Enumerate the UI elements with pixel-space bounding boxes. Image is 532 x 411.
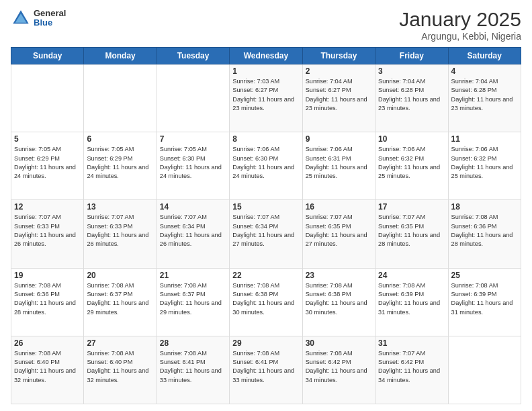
day-number: 22 bbox=[232, 271, 299, 280]
week-row-2: 5Sunrise: 7:05 AM Sunset: 6:29 PM Daylig… bbox=[11, 132, 521, 200]
calendar-cell: 21Sunrise: 7:08 AM Sunset: 6:37 PM Dayli… bbox=[157, 268, 229, 336]
day-info: Sunrise: 7:04 AM Sunset: 6:28 PM Dayligh… bbox=[378, 77, 445, 113]
location: Argungu, Kebbi, Nigeria bbox=[399, 31, 521, 42]
day-info: Sunrise: 7:08 AM Sunset: 6:41 PM Dayligh… bbox=[232, 349, 299, 385]
day-info: Sunrise: 7:05 AM Sunset: 6:30 PM Dayligh… bbox=[160, 145, 226, 181]
logo: General Blue bbox=[11, 8, 66, 28]
calendar-cell: 28Sunrise: 7:08 AM Sunset: 6:41 PM Dayli… bbox=[157, 336, 229, 404]
day-number: 20 bbox=[87, 271, 153, 280]
calendar-cell: 7Sunrise: 7:05 AM Sunset: 6:30 PM Daylig… bbox=[157, 132, 229, 200]
calendar-cell: 10Sunrise: 7:06 AM Sunset: 6:32 PM Dayli… bbox=[375, 132, 448, 200]
day-number: 17 bbox=[378, 202, 445, 212]
day-number: 25 bbox=[451, 271, 518, 280]
day-info: Sunrise: 7:05 AM Sunset: 6:29 PM Dayligh… bbox=[87, 145, 153, 181]
calendar-cell: 30Sunrise: 7:08 AM Sunset: 6:42 PM Dayli… bbox=[302, 336, 375, 404]
calendar-cell: 29Sunrise: 7:08 AM Sunset: 6:41 PM Dayli… bbox=[230, 336, 302, 404]
calendar-cell bbox=[157, 64, 229, 132]
weekday-header-row: SundayMondayTuesdayWednesdayThursdayFrid… bbox=[11, 48, 521, 64]
day-info: Sunrise: 7:08 AM Sunset: 6:40 PM Dayligh… bbox=[87, 349, 153, 385]
week-row-5: 26Sunrise: 7:08 AM Sunset: 6:40 PM Dayli… bbox=[11, 336, 521, 404]
day-number: 13 bbox=[87, 202, 153, 212]
calendar-cell: 6Sunrise: 7:05 AM Sunset: 6:29 PM Daylig… bbox=[84, 132, 157, 200]
weekday-header-saturday: Saturday bbox=[448, 48, 521, 64]
day-info: Sunrise: 7:08 AM Sunset: 6:36 PM Dayligh… bbox=[451, 213, 518, 248]
calendar-cell: 31Sunrise: 7:07 AM Sunset: 6:42 PM Dayli… bbox=[375, 336, 448, 404]
day-number: 10 bbox=[378, 134, 445, 144]
day-info: Sunrise: 7:08 AM Sunset: 6:39 PM Dayligh… bbox=[451, 281, 518, 317]
calendar-cell: 18Sunrise: 7:08 AM Sunset: 6:36 PM Dayli… bbox=[448, 200, 521, 268]
day-number: 2 bbox=[306, 66, 372, 76]
day-info: Sunrise: 7:06 AM Sunset: 6:32 PM Dayligh… bbox=[378, 145, 445, 181]
calendar-cell: 14Sunrise: 7:07 AM Sunset: 6:34 PM Dayli… bbox=[157, 200, 229, 268]
logo-text: General Blue bbox=[34, 9, 66, 28]
day-number: 7 bbox=[160, 134, 226, 144]
calendar-cell: 26Sunrise: 7:08 AM Sunset: 6:40 PM Dayli… bbox=[11, 336, 84, 404]
day-info: Sunrise: 7:06 AM Sunset: 6:32 PM Dayligh… bbox=[451, 145, 518, 181]
day-info: Sunrise: 7:08 AM Sunset: 6:40 PM Dayligh… bbox=[14, 349, 81, 385]
day-info: Sunrise: 7:08 AM Sunset: 6:38 PM Dayligh… bbox=[232, 281, 299, 317]
calendar-cell bbox=[84, 64, 157, 132]
weekday-header-thursday: Thursday bbox=[302, 48, 375, 64]
day-info: Sunrise: 7:08 AM Sunset: 6:36 PM Dayligh… bbox=[14, 281, 81, 317]
day-number: 26 bbox=[14, 338, 81, 348]
day-info: Sunrise: 7:08 AM Sunset: 6:37 PM Dayligh… bbox=[160, 281, 226, 317]
calendar-cell: 24Sunrise: 7:08 AM Sunset: 6:39 PM Dayli… bbox=[375, 268, 448, 336]
week-row-3: 12Sunrise: 7:07 AM Sunset: 6:33 PM Dayli… bbox=[11, 200, 521, 268]
day-info: Sunrise: 7:07 AM Sunset: 6:35 PM Dayligh… bbox=[378, 213, 445, 248]
day-info: Sunrise: 7:07 AM Sunset: 6:33 PM Dayligh… bbox=[14, 213, 81, 248]
day-number: 14 bbox=[160, 202, 226, 212]
week-row-1: 1Sunrise: 7:03 AM Sunset: 6:27 PM Daylig… bbox=[11, 64, 521, 132]
day-info: Sunrise: 7:04 AM Sunset: 6:28 PM Dayligh… bbox=[451, 77, 518, 113]
day-info: Sunrise: 7:07 AM Sunset: 6:34 PM Dayligh… bbox=[160, 213, 226, 248]
weekday-header-monday: Monday bbox=[84, 48, 157, 64]
day-number: 23 bbox=[306, 271, 372, 280]
calendar-cell: 1Sunrise: 7:03 AM Sunset: 6:27 PM Daylig… bbox=[230, 64, 302, 132]
day-number: 30 bbox=[306, 338, 372, 348]
day-number: 3 bbox=[378, 66, 445, 76]
day-number: 12 bbox=[14, 202, 81, 212]
logo-general: General bbox=[34, 9, 66, 18]
calendar-cell bbox=[448, 336, 521, 404]
day-info: Sunrise: 7:08 AM Sunset: 6:37 PM Dayligh… bbox=[87, 281, 153, 317]
day-info: Sunrise: 7:05 AM Sunset: 6:29 PM Dayligh… bbox=[14, 145, 81, 181]
calendar-cell: 25Sunrise: 7:08 AM Sunset: 6:39 PM Dayli… bbox=[448, 268, 521, 336]
calendar-cell: 23Sunrise: 7:08 AM Sunset: 6:38 PM Dayli… bbox=[302, 268, 375, 336]
day-number: 24 bbox=[378, 271, 445, 280]
calendar-cell: 15Sunrise: 7:07 AM Sunset: 6:34 PM Dayli… bbox=[230, 200, 302, 268]
day-info: Sunrise: 7:08 AM Sunset: 6:41 PM Dayligh… bbox=[160, 349, 226, 385]
day-number: 21 bbox=[160, 271, 226, 280]
calendar-cell: 2Sunrise: 7:04 AM Sunset: 6:27 PM Daylig… bbox=[302, 64, 375, 132]
day-number: 16 bbox=[306, 202, 372, 212]
calendar-cell: 5Sunrise: 7:05 AM Sunset: 6:29 PM Daylig… bbox=[11, 132, 84, 200]
weekday-header-wednesday: Wednesday bbox=[230, 48, 302, 64]
calendar-cell: 22Sunrise: 7:08 AM Sunset: 6:38 PM Dayli… bbox=[230, 268, 302, 336]
day-info: Sunrise: 7:07 AM Sunset: 6:33 PM Dayligh… bbox=[87, 213, 153, 248]
day-info: Sunrise: 7:08 AM Sunset: 6:38 PM Dayligh… bbox=[306, 281, 372, 317]
day-info: Sunrise: 7:04 AM Sunset: 6:27 PM Dayligh… bbox=[306, 77, 372, 113]
day-number: 18 bbox=[451, 202, 518, 212]
day-number: 11 bbox=[451, 134, 518, 144]
day-number: 19 bbox=[14, 271, 81, 280]
day-info: Sunrise: 7:07 AM Sunset: 6:34 PM Dayligh… bbox=[232, 213, 299, 248]
weekday-header-tuesday: Tuesday bbox=[157, 48, 229, 64]
day-number: 15 bbox=[232, 202, 299, 212]
day-info: Sunrise: 7:08 AM Sunset: 6:39 PM Dayligh… bbox=[378, 281, 445, 317]
logo-blue: Blue bbox=[34, 18, 66, 28]
day-number: 6 bbox=[87, 134, 153, 144]
calendar-cell bbox=[11, 64, 84, 132]
day-number: 8 bbox=[232, 134, 299, 144]
calendar-cell: 9Sunrise: 7:06 AM Sunset: 6:31 PM Daylig… bbox=[302, 132, 375, 200]
calendar-cell: 17Sunrise: 7:07 AM Sunset: 6:35 PM Dayli… bbox=[375, 200, 448, 268]
calendar-cell: 27Sunrise: 7:08 AM Sunset: 6:40 PM Dayli… bbox=[84, 336, 157, 404]
calendar-cell: 11Sunrise: 7:06 AM Sunset: 6:32 PM Dayli… bbox=[448, 132, 521, 200]
title-block: January 2025 Argungu, Kebbi, Nigeria bbox=[399, 8, 521, 42]
calendar-cell: 12Sunrise: 7:07 AM Sunset: 6:33 PM Dayli… bbox=[11, 200, 84, 268]
calendar-cell: 16Sunrise: 7:07 AM Sunset: 6:35 PM Dayli… bbox=[302, 200, 375, 268]
day-number: 1 bbox=[232, 66, 299, 76]
day-number: 29 bbox=[232, 338, 299, 348]
day-number: 27 bbox=[87, 338, 153, 348]
header: General Blue January 2025 Argungu, Kebbi… bbox=[11, 8, 521, 42]
day-number: 9 bbox=[306, 134, 372, 144]
weekday-header-friday: Friday bbox=[375, 48, 448, 64]
weekday-header-sunday: Sunday bbox=[11, 48, 84, 64]
